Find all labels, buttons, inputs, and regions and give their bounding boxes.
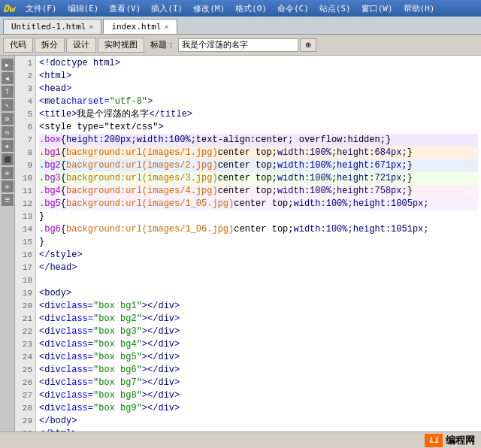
- title-bar: Dw 文件(F) 编辑(E) 查看(V) 插入(I) 修改(M) 格式(O) 命…: [0, 0, 481, 17]
- code-view-button[interactable]: 代码: [3, 38, 33, 53]
- code-line-23: <div class="box bg4"></div>: [39, 338, 478, 351]
- code-line-7: .box{height:200px; width:100%;text-align…: [39, 134, 478, 147]
- code-line-4: <meta charset="utf-8">: [39, 95, 478, 108]
- tab-bar: Untitled-1.html × index.html ×: [0, 17, 481, 35]
- tab-index-label: index.html: [111, 22, 161, 32]
- menu-help[interactable]: 帮助(H): [399, 2, 440, 15]
- menu-insert[interactable]: 插入(I): [147, 2, 187, 15]
- menu-modify[interactable]: 修改(M): [189, 2, 229, 15]
- sidebar-icon-2[interactable]: ◀: [2, 72, 14, 84]
- title-label: 标题：: [150, 39, 175, 50]
- code-line-29: </body>: [39, 415, 478, 428]
- code-line-15: }: [39, 236, 478, 249]
- code-line-16: </style>: [39, 249, 478, 262]
- live-view-button[interactable]: 实时视图: [98, 38, 144, 53]
- menu-view[interactable]: 查看(V): [104, 2, 145, 15]
- code-line-12: .bg5{ background:url(images/1_05.jpg) ce…: [39, 198, 478, 210]
- menu-site[interactable]: 站点(S): [315, 2, 355, 15]
- menu-command[interactable]: 命令(C): [273, 2, 313, 15]
- tab-untitled-close[interactable]: ×: [89, 23, 93, 31]
- code-line-5: <title>我是个淫荡的名字</title>: [39, 108, 478, 121]
- toolbar: 代码 拆分 设计 实时视图 标题： ⊕: [0, 35, 481, 56]
- code-line-27: <div class="box bg8"></div>: [39, 389, 478, 402]
- code-line-9: .bg2{ background:url(images/2.jpg) cente…: [39, 159, 478, 172]
- menu-format[interactable]: 格式(O): [231, 2, 271, 15]
- code-line-1: <!doctype html>: [39, 57, 478, 70]
- logo-icon: Li: [425, 434, 443, 447]
- code-line-3: <head>: [39, 83, 478, 95]
- code-line-2: <html>: [39, 70, 478, 83]
- menu-window[interactable]: 窗口(W): [357, 2, 398, 15]
- code-line-22: <div class="box bg3"></div>: [39, 325, 478, 338]
- code-line-28: <div class="box bg9"></div>: [39, 402, 478, 415]
- menu-bar: 文件(F) 编辑(E) 查看(V) 插入(I) 修改(M) 格式(O) 命令(C…: [21, 2, 440, 15]
- tab-untitled[interactable]: Untitled-1.html ×: [3, 19, 101, 34]
- tab-index-close[interactable]: ×: [165, 23, 169, 31]
- code-line-14: .bg6{ background:url(images/1_06.jpg) ce…: [39, 223, 478, 236]
- code-line-10: .bg3{ background:url(images/3.jpg) cente…: [39, 172, 478, 185]
- logo-text: 编程网: [446, 434, 475, 447]
- code-line-19: <body>: [39, 287, 478, 300]
- code-area[interactable]: <!doctype html><html><head><meta charset…: [36, 56, 481, 448]
- tab-untitled-label: Untitled-1.html: [11, 22, 86, 32]
- code-line-17: </head>: [39, 262, 478, 274]
- tab-index[interactable]: index.html ×: [103, 19, 177, 34]
- sidebar-icon-7[interactable]: ◈: [2, 140, 14, 152]
- sidebar-icon-8[interactable]: ⬛: [2, 153, 14, 165]
- sidebar: ▶ ◀ T ✎ ⊞ ⊟ ◈ ⬛ ⊕ ⊗ ☰: [0, 56, 15, 448]
- title-input[interactable]: [178, 38, 298, 52]
- sidebar-icon-11[interactable]: ☰: [2, 194, 14, 206]
- design-view-button[interactable]: 设计: [66, 38, 96, 53]
- code-line-20: <div class="box bg1"></div>: [39, 300, 478, 313]
- code-line-25: <div class="box bg6"></div>: [39, 364, 478, 377]
- logo-icon-text: Li: [428, 435, 438, 445]
- menu-file[interactable]: 文件(F): [21, 2, 62, 15]
- sidebar-icon-4[interactable]: ✎: [2, 99, 14, 111]
- split-view-button[interactable]: 拆分: [35, 38, 65, 53]
- sidebar-icon-5[interactable]: ⊞: [2, 113, 14, 125]
- sidebar-icon-9[interactable]: ⊕: [2, 167, 14, 179]
- brand-logo: Li 编程网: [425, 434, 475, 447]
- sidebar-icon-6[interactable]: ⊟: [2, 126, 14, 138]
- title-search-button[interactable]: ⊕: [300, 38, 316, 52]
- sidebar-icon-3[interactable]: T: [2, 86, 14, 98]
- code-line-24: <div class="box bg5"></div>: [39, 351, 478, 364]
- main-layout: ▶ ◀ T ✎ ⊞ ⊟ ◈ ⬛ ⊕ ⊗ ☰ 123456789101112131…: [0, 56, 481, 448]
- code-line-6: <style type="text/css">: [39, 121, 478, 134]
- line-numbers: 1234567891011121314151617181920212223242…: [15, 56, 36, 448]
- menu-edit[interactable]: 编辑(E): [63, 2, 104, 15]
- code-line-21: <div class="box bg2"></div>: [39, 313, 478, 325]
- app-logo: Dw: [3, 3, 15, 14]
- code-line-18: [39, 274, 478, 287]
- sidebar-icon-10[interactable]: ⊗: [2, 180, 14, 192]
- code-line-11: .bg4{ background:url(images/4.jpg) cente…: [39, 185, 478, 198]
- code-line-8: .bg1{ background:url(images/1.jpg) cente…: [39, 147, 478, 159]
- code-line-26: <div class="box bg7"></div>: [39, 377, 478, 389]
- code-line-13: }: [39, 210, 478, 223]
- sidebar-icon-1[interactable]: ▶: [2, 59, 14, 71]
- status-bar: Li 编程网: [0, 431, 481, 448]
